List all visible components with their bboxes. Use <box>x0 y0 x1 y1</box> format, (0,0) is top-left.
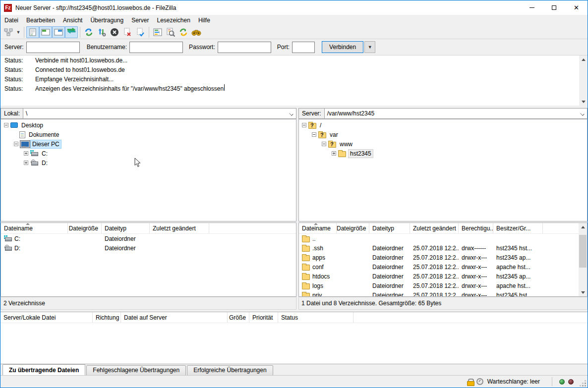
menu-server[interactable]: Server <box>127 15 153 26</box>
tree-item-var[interactable]: var <box>299 130 587 139</box>
file-row-priv[interactable]: priv Dateiordner 25.07.2018 12:2... drwx… <box>299 290 579 297</box>
column-header-status[interactable]: Status <box>278 312 353 323</box>
collapse-icon[interactable] <box>302 123 306 127</box>
file-row-logs[interactable]: logs Dateiordner 25.07.2018 12:2... drwx… <box>299 281 579 290</box>
connect-button[interactable]: Verbinden <box>322 41 363 53</box>
log-type: Status: <box>0 84 35 93</box>
column-header-zuletzt-geaendert[interactable]: Zuletzt geändert <box>410 223 459 233</box>
menu-hilfe[interactable]: Hilfe <box>194 15 214 26</box>
collapse-icon[interactable] <box>322 142 326 146</box>
scroll-up-icon[interactable] <box>579 55 588 63</box>
tree-item-desktop[interactable]: Desktop <box>1 120 296 130</box>
file-row-apps[interactable]: apps Dateiordner 25.07.2018 12:2... drwx… <box>299 253 579 262</box>
tab-fehlgeschlagene-uebertragungen[interactable]: Fehlgeschlagene Übertragungen <box>86 365 186 376</box>
speed-limit-icon[interactable] <box>476 378 483 385</box>
menu-ansicht[interactable]: Ansicht <box>59 15 86 26</box>
local-label: Lokal: <box>0 108 23 119</box>
remote-path-combobox[interactable]: /var/www/hst2345 <box>324 108 588 119</box>
local-path-combobox[interactable]: \ <box>23 108 296 119</box>
menu-uebertragung[interactable]: Übertragung <box>86 15 127 26</box>
tree-item-root[interactable]: / <box>299 120 587 130</box>
column-header-besitzer-gruppe[interactable]: Besitzer/Gr... <box>493 223 543 233</box>
resize-grip[interactable] <box>580 381 586 387</box>
column-header-prioritaet[interactable]: Priorität <box>249 312 278 323</box>
message-log[interactable]: Status: Verbinde mit host01.loswebos.de.… <box>0 55 588 106</box>
toggle-remote-tree-button[interactable] <box>52 26 65 38</box>
tree-item-dieser-pc[interactable]: Dieser PC <box>1 139 296 149</box>
connect-dropdown-button[interactable]: ▼ <box>364 41 375 53</box>
folder-question-icon <box>308 123 316 129</box>
process-queue-button[interactable] <box>95 26 108 38</box>
chevron-down-icon[interactable] <box>581 112 585 116</box>
toggle-local-tree-button[interactable] <box>39 26 52 38</box>
tab-zu-uebertragende-dateien[interactable]: Zu übertragende Dateien <box>2 364 85 376</box>
scroll-down-icon[interactable] <box>579 288 587 296</box>
folder-icon <box>338 151 346 157</box>
column-header-dateityp[interactable]: Dateityp <box>369 223 410 233</box>
disconnect-button[interactable] <box>121 26 134 38</box>
site-manager-button[interactable] <box>2 26 15 38</box>
compare-directories-button[interactable] <box>164 26 177 38</box>
queue-body[interactable] <box>0 323 588 364</box>
file-row-ssh[interactable]: .ssh Dateiordner 25.07.2018 12:2... drwx… <box>299 243 579 253</box>
directory-listing-filters-button[interactable] <box>151 26 164 38</box>
column-header-dateityp[interactable]: Dateityp <box>102 223 150 233</box>
tree-item-dokumente[interactable]: Dokumente <box>1 130 296 139</box>
scrollbar-thumb[interactable] <box>579 235 587 268</box>
collapse-icon[interactable] <box>14 142 18 146</box>
red-indicator-icon <box>568 379 574 385</box>
username-input[interactable] <box>129 42 183 53</box>
refresh-button[interactable] <box>82 26 95 38</box>
file-row-parent[interactable]: .. <box>299 234 579 243</box>
file-row-htdocs[interactable]: htdocs Dateiordner 25.07.2018 12:2... dr… <box>299 272 579 281</box>
message-log-icon <box>28 28 37 37</box>
collapse-icon[interactable] <box>4 123 8 127</box>
file-row-conf[interactable]: conf Dateiordner 25.07.2018 12:2... drwx… <box>299 262 579 272</box>
toggle-message-log-button[interactable] <box>26 26 39 38</box>
expand-icon[interactable] <box>332 151 336 156</box>
file-row-d[interactable]: D: Dateiordner <box>1 243 296 253</box>
tree-item-d-drive[interactable]: D: <box>1 158 296 167</box>
menu-lesezeichen[interactable]: Lesezeichen <box>153 15 194 26</box>
close-button[interactable]: ✕ <box>565 0 588 15</box>
collapse-icon[interactable] <box>312 132 316 137</box>
expand-icon[interactable] <box>24 161 28 165</box>
tree-item-hst2345[interactable]: hst2345 <box>299 149 587 158</box>
tree-item-c-drive[interactable]: C: <box>1 149 296 158</box>
maximize-button[interactable] <box>543 0 565 15</box>
tab-erfolgreiche-uebertragungen[interactable]: Erfolgreiche Übertragungen <box>187 365 273 376</box>
port-input[interactable] <box>292 42 315 53</box>
column-header-zuletzt-geaendert[interactable]: Zuletzt geändert <box>150 223 209 233</box>
minimize-button[interactable] <box>521 0 543 15</box>
column-header-richtung[interactable]: Richtung <box>93 312 121 323</box>
toggle-transfer-queue-button[interactable] <box>65 26 78 38</box>
scroll-down-icon[interactable] <box>579 98 588 106</box>
column-header-dateigroesse[interactable]: Dateigröße <box>68 223 102 233</box>
column-header-server-lokale-datei[interactable]: Server/Lokale Datei <box>0 312 93 323</box>
server-input[interactable] <box>26 42 80 53</box>
file-row-c[interactable]: C: Dateiordner <box>1 234 296 243</box>
log-scrollbar[interactable] <box>579 55 588 106</box>
menu-bearbeiten[interactable]: Bearbeiten <box>22 15 59 26</box>
sort-ascending-icon <box>26 223 30 225</box>
synchronized-browsing-button[interactable] <box>177 26 190 38</box>
expand-icon[interactable] <box>24 151 28 156</box>
site-manager-dropdown[interactable]: ▼ <box>15 26 22 38</box>
reconnect-button[interactable] <box>134 26 147 38</box>
column-header-dateiname[interactable]: Dateiname <box>1 223 68 233</box>
column-header-datei-auf-server[interactable]: Datei auf Server <box>121 312 228 323</box>
find-files-button[interactable] <box>190 26 203 38</box>
scroll-up-icon[interactable] <box>579 223 587 231</box>
column-header-groesse[interactable]: Größe <box>228 312 249 323</box>
column-header-dateiname[interactable]: Dateiname <box>299 223 337 233</box>
menu-datei[interactable]: Datei <box>0 15 22 26</box>
password-input[interactable] <box>218 42 271 53</box>
cancel-operation-button[interactable] <box>108 26 121 38</box>
chevron-down-icon[interactable] <box>290 112 294 116</box>
remote-list-scrollbar[interactable] <box>579 223 587 296</box>
lock-icon[interactable] <box>467 379 473 385</box>
column-header-berechtigungen[interactable]: Berechtigu... <box>459 223 493 233</box>
tree-item-www[interactable]: www <box>299 139 587 149</box>
column-header-dateigroesse[interactable]: Dateigröße <box>337 223 369 233</box>
folder-icon <box>302 236 310 242</box>
